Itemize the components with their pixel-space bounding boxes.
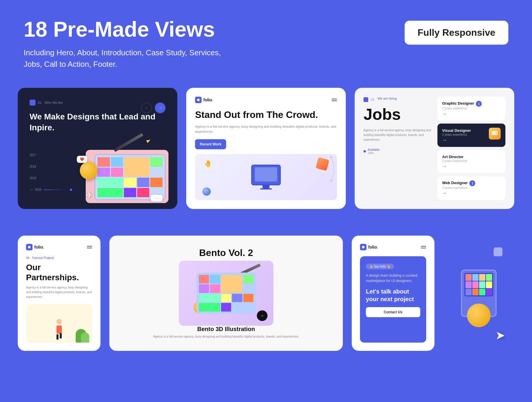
job-arrow-visual: → xyxy=(442,137,471,143)
partnerships-illustration xyxy=(26,304,92,343)
partnerships-folio-text: folio. xyxy=(34,245,44,249)
job-title-web: Web Designer xyxy=(442,181,468,185)
b3 xyxy=(221,275,242,293)
figure-body xyxy=(56,325,62,334)
cta-mobile-top: folio. xyxy=(360,244,426,250)
ec11 xyxy=(479,289,485,296)
folio-dot: . xyxy=(212,98,213,102)
job-info-art: Art Director 2 years experience → xyxy=(442,154,467,169)
card-bento: Bento Vol. 2 xyxy=(109,236,343,351)
jobs-right: Graphic Designer 1 2 years experience → … xyxy=(437,97,505,200)
figure-legs xyxy=(56,334,62,340)
say-hello-badge: 👋 Say hello 👋 xyxy=(366,264,394,269)
jobs-num: 05. xyxy=(371,98,375,101)
job-card-visual[interactable]: Visual Designer 2 years experience → xyxy=(437,124,505,147)
main-title: 18 Pre-Made Views xyxy=(24,18,221,41)
chat-bubble: • • • xyxy=(151,195,163,202)
nav-logo-area: 01. Who We Are xyxy=(30,100,63,106)
subtitle-line1: Including Hero, About, Introduction, Cas… xyxy=(24,48,221,57)
contact-btn[interactable]: Contact Us xyxy=(366,307,420,317)
recent-work-btn[interactable]: Recent Work xyxy=(195,139,226,149)
monitor-screen xyxy=(255,167,277,181)
header: 18 Pre-Made Views Including Hero, About,… xyxy=(0,0,532,82)
b7 xyxy=(199,294,220,302)
job-exp-web: 2 years experience xyxy=(442,186,475,189)
ec5 xyxy=(466,281,472,288)
job-card-web[interactable]: Web Designer 1 2 years experience → xyxy=(437,176,505,200)
job-info-web: Web Designer 1 2 years experience → xyxy=(442,180,475,196)
job-exp-art: 2 years experience xyxy=(442,159,467,163)
folio-logo: folio. xyxy=(195,97,213,103)
bento-cell-6 xyxy=(111,168,123,177)
partnerships-category: Famous Projects xyxy=(32,256,54,260)
monitor-base xyxy=(260,188,272,189)
bento-grid-card xyxy=(95,154,166,200)
ec1 xyxy=(466,274,472,281)
ec6 xyxy=(472,281,479,288)
bento-cell-13 xyxy=(137,188,150,197)
bento-3d-cells xyxy=(197,273,256,314)
prev-arrow[interactable]: ← xyxy=(141,103,152,113)
responsive-badge: Fully Responsive xyxy=(405,21,508,45)
nav-label: Who We Are xyxy=(45,101,63,104)
b8 xyxy=(221,294,231,302)
cta-hero-title: Let's talk about your next project xyxy=(366,288,420,303)
ec2 xyxy=(472,274,479,281)
card-standup: folio. Stand Out from The Crowd. Agency … xyxy=(186,88,346,209)
job-card-art[interactable]: Art Director 2 years experience → xyxy=(437,150,505,173)
partnerships-menu-icon[interactable] xyxy=(87,246,92,248)
subtitle-line2: Jobs, Call to Action, Footer. xyxy=(24,60,117,69)
bento-top: Bento Vol. 2 xyxy=(199,247,253,261)
bento-cell-4 xyxy=(150,157,163,167)
figure-leg-r xyxy=(60,333,62,338)
partnerships-folio-dot: . xyxy=(43,245,44,249)
bento-cell-8 xyxy=(124,178,136,187)
standup-illustration: 🤚 xyxy=(195,154,337,200)
card-jobs: 05. We are hiring Jobs Agency is a full-… xyxy=(355,88,514,209)
nav-logo-icon xyxy=(30,100,35,106)
b9 xyxy=(232,294,242,302)
cta-desc: A design team building a curated marketp… xyxy=(366,273,420,283)
menu-line-2 xyxy=(332,100,337,101)
menu-icon[interactable] xyxy=(332,99,337,101)
ec12 xyxy=(486,289,492,296)
figure-leg-l xyxy=(56,334,59,340)
bento-cell-1 xyxy=(98,157,110,167)
b11 xyxy=(199,303,220,312)
nav-num: 01. xyxy=(38,101,42,104)
extra-golden-ball xyxy=(467,304,491,327)
ec4 xyxy=(486,274,492,281)
year-2020-row: — 2020 xyxy=(30,188,72,191)
b5 xyxy=(199,284,209,293)
cta-folio-icon xyxy=(360,244,366,250)
year-2020: 2020 xyxy=(35,188,41,191)
hero-illustration: ❤️ ✈ • • • xyxy=(74,138,168,203)
ec10 xyxy=(472,289,479,296)
job-card-graphic[interactable]: Graphic Designer 1 2 years experience → xyxy=(437,97,505,121)
job-info-visual: Visual Designer 2 years experience → xyxy=(442,128,471,143)
card-hero: 01. Who We Are ← → We Make Designs that … xyxy=(18,88,177,209)
illustration-inner xyxy=(26,304,92,343)
job-badge-web: 1 xyxy=(469,180,475,186)
bento-cell-11 xyxy=(98,188,123,197)
bento-subtitle: Bento 3D Illustration xyxy=(153,326,299,333)
job-arrow-web: → xyxy=(442,191,475,196)
bento-big-illustration: → xyxy=(179,261,273,326)
say-hello-area: 👋 Say hello 👋 xyxy=(366,263,420,269)
bento-cell-3 xyxy=(124,157,149,177)
extra-tablet-screen xyxy=(464,273,493,296)
say-hello-text: Say hello 👋 xyxy=(374,265,390,268)
timeline-line xyxy=(44,189,67,190)
plant-2 xyxy=(81,333,89,343)
bento-nav-arrow[interactable]: → xyxy=(257,310,267,321)
ec8 xyxy=(486,281,492,288)
partnerships-folio-icon xyxy=(26,244,33,250)
jobs-logo-icon xyxy=(364,97,368,102)
bento-main-title: Bento Vol. 2 xyxy=(199,247,253,258)
timeline: 2017 2018 2019 — 2020 xyxy=(30,153,72,191)
next-arrow[interactable]: → xyxy=(155,103,166,113)
visual-designer-icon xyxy=(491,130,498,137)
cta-menu-icon[interactable] xyxy=(421,246,426,248)
pencil xyxy=(114,133,143,152)
curve-deco xyxy=(313,154,337,184)
